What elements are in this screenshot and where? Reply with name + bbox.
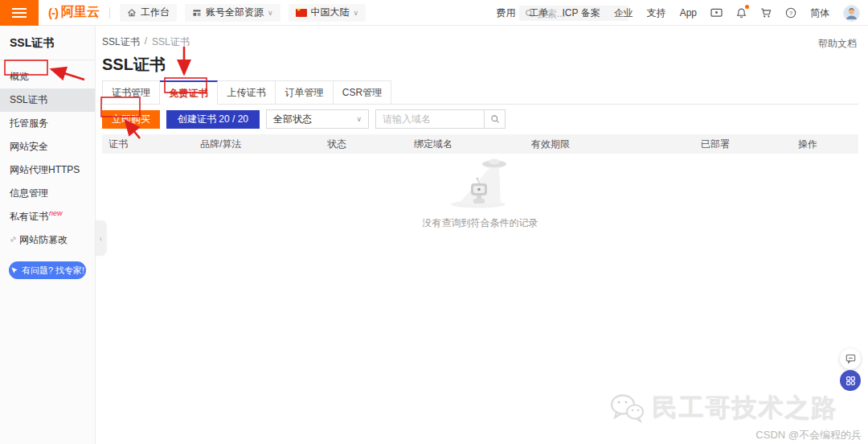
sidebar-item-website-security[interactable]: 网站安全 <box>0 135 95 158</box>
region-selector[interactable]: 中国大陆 ∨ <box>289 4 366 22</box>
buy-now-button[interactable]: 立即购买 <box>102 110 160 129</box>
breadcrumb-root[interactable]: SSL证书 <box>102 35 140 49</box>
nav-link-app[interactable]: App <box>680 7 697 18</box>
table-header: 证书 品牌/算法 状态 绑定域名 有效期限 已部署 操作 <box>102 134 858 154</box>
help-icon[interactable]: ? <box>785 7 796 18</box>
breadcrumb-separator: / <box>145 35 147 49</box>
domain-search-input[interactable] <box>376 110 484 128</box>
sidebar-item-managed-service[interactable]: 托管服务 <box>0 112 95 135</box>
search-icon <box>490 114 500 124</box>
hamburger-menu-icon[interactable] <box>0 0 39 26</box>
sidebar-item-private-certificates[interactable]: 私有证书new <box>0 205 95 228</box>
tab-free-certificates[interactable]: 免费证书 <box>160 80 218 105</box>
toolbar: 立即购买 创建证书 20 / 20 全部状态 ∨ <box>102 109 858 129</box>
language-switch[interactable]: 简体 <box>810 6 829 20</box>
aliyun-logo[interactable]: (-) 阿里云 <box>48 4 100 21</box>
empty-state: 没有查询到符合条件的记录 <box>102 157 858 230</box>
page-title: SSL证书 <box>102 56 858 73</box>
empty-state-text: 没有查询到符合条件的记录 <box>102 216 858 230</box>
sidebar-item-info-management[interactable]: 信息管理 <box>0 182 95 205</box>
col-certificate: 证书 <box>102 138 194 151</box>
sidebar-title: SSL证书 <box>0 26 95 60</box>
tab-upload-certificate[interactable]: 上传证书 <box>218 80 276 105</box>
status-filter-select[interactable]: 全部状态 ∨ <box>266 109 369 129</box>
empty-illustration <box>420 157 541 210</box>
sidebar: SSL证书 概览 SSL证书 托管服务 网站安全 网站代理HTTPS 信息管理 … <box>0 26 96 444</box>
col-bound-domain: 绑定域名 <box>407 138 525 151</box>
col-validity: 有效期限 <box>525 138 694 151</box>
chat-bubble-icon <box>845 354 856 364</box>
sidebar-item-anti-tampering[interactable]: 网站防篡改 <box>0 228 95 252</box>
chevron-down-icon: ∨ <box>356 115 362 123</box>
col-status: 状态 <box>321 138 407 151</box>
tab-certificate-management[interactable]: 证书管理 <box>102 80 160 105</box>
nav-link-billing[interactable]: 费用 <box>497 6 516 20</box>
home-icon <box>127 8 137 18</box>
resources-grid-icon <box>192 8 202 18</box>
link-icon <box>10 234 17 245</box>
top-navbar: (-) 阿里云 工作台 账号全部资源 ∨ 中国大陆 ∨ 费用 工单 ICP 备案… <box>0 0 868 26</box>
chevron-down-icon: ∨ <box>268 9 273 17</box>
aliyun-logo-mark: (-) <box>48 6 58 19</box>
tab-order-management[interactable]: 订单管理 <box>276 80 334 105</box>
tab-bar: 证书管理 免费证书 上传证书 订单管理 CSR管理 <box>102 80 858 105</box>
feedback-chat-button[interactable] <box>840 348 861 369</box>
domain-search-group <box>375 109 506 129</box>
user-avatar[interactable] <box>843 5 860 22</box>
cart-icon[interactable] <box>760 7 772 18</box>
apps-panel-button[interactable] <box>840 370 861 391</box>
apps-grid-icon <box>845 376 856 386</box>
workbench-button[interactable]: 工作台 <box>120 4 177 22</box>
aliyun-logo-text: 阿里云 <box>61 4 100 21</box>
breadcrumb: SSL证书 / SSL证书 <box>102 26 858 49</box>
nav-link-icp[interactable]: ICP 备案 <box>563 6 600 20</box>
divider <box>109 7 110 18</box>
nav-link-tickets[interactable]: 工单 <box>530 6 549 20</box>
breadcrumb-current: SSL证书 <box>152 35 190 49</box>
create-certificate-button[interactable]: 创建证书 20 / 20 <box>166 110 260 129</box>
nav-link-support[interactable]: 支持 <box>647 6 666 20</box>
main-content: SSL证书 / SSL证书 SSL证书 证书管理 免费证书 上传证书 订单管理 … <box>96 26 868 444</box>
notification-dot <box>745 5 749 9</box>
chevron-down-icon: ∨ <box>354 9 359 17</box>
sidebar-item-https-proxy[interactable]: 网站代理HTTPS <box>0 158 95 182</box>
notification-bell-icon[interactable] <box>736 7 747 18</box>
new-badge: new <box>49 209 63 217</box>
tab-csr-management[interactable]: CSR管理 <box>334 80 391 105</box>
col-actions: 操作 <box>792 138 858 151</box>
help-doc-link[interactable]: 帮助文档 <box>818 37 857 51</box>
col-brand-algorithm: 品牌/算法 <box>194 138 321 151</box>
sidebar-item-ssl-certificates[interactable]: SSL证书 <box>0 88 95 112</box>
domain-search-button[interactable] <box>484 110 505 128</box>
account-resources-dropdown[interactable]: 账号全部资源 ∨ <box>185 4 280 22</box>
svg-text:?: ? <box>789 10 792 17</box>
col-deployed: 已部署 <box>694 138 792 151</box>
china-flag-icon <box>296 9 307 17</box>
console-screen-icon[interactable] <box>710 8 723 18</box>
sidebar-collapse-handle[interactable]: ‹ <box>96 220 106 256</box>
nav-link-enterprise[interactable]: 企业 <box>614 6 633 20</box>
sidebar-item-overview[interactable]: 概览 <box>0 65 95 88</box>
ask-expert-button[interactable]: 有问题? 找专家! <box>9 261 86 279</box>
cursor-icon <box>10 266 18 274</box>
